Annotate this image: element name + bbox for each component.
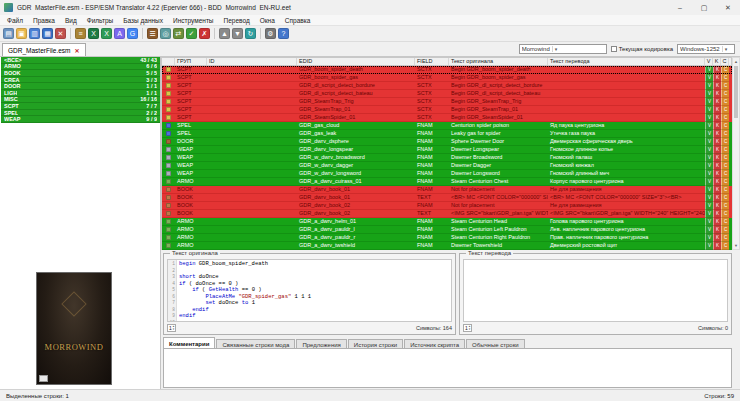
flag-c-cell[interactable]: C <box>721 74 729 82</box>
table-scrollbar[interactable]: ▲ ▼ <box>732 57 740 250</box>
record-type-row[interactable]: SPEL2 / 2 <box>1 110 160 117</box>
flag-k-cell[interactable]: K <box>713 90 721 98</box>
flag-c-cell[interactable]: C <box>721 170 729 178</box>
table-row[interactable]: BOOKGDR_dwrv_book_01TEXT<BR> MC <FONT CO… <box>162 194 732 202</box>
menu-translation[interactable]: Перевод <box>219 17 255 24</box>
flag-v-cell[interactable]: V <box>705 122 713 130</box>
column-header-icon[interactable] <box>162 58 175 65</box>
flag-k-cell[interactable]: K <box>713 130 721 138</box>
table-row[interactable]: WEAPGDR_w_dwrv_broadswordFNAMDwemer Broa… <box>162 154 732 162</box>
excel-import-icon[interactable]: X <box>101 28 112 39</box>
current-encoding-checkbox[interactable]: Текущая кодировка <box>611 46 673 52</box>
scroll-down-icon[interactable]: ▼ <box>733 243 739 248</box>
search-icon[interactable]: ◎ <box>160 28 171 39</box>
flag-k-cell[interactable]: K <box>713 210 721 218</box>
flag-c-cell[interactable]: C <box>721 114 729 122</box>
table-row[interactable]: SCPTGDR_SteamSpider_01SCTXBegin GDR_Stea… <box>162 114 732 122</box>
flag-v-cell[interactable]: V <box>705 90 713 98</box>
save-icon[interactable]: ▥ <box>29 28 40 39</box>
flag-c-cell[interactable]: C <box>721 234 729 242</box>
menu-help[interactable]: Справка <box>280 17 316 24</box>
refresh-icon[interactable]: ↻ <box>245 28 256 39</box>
column-header-Текст оригинала[interactable]: Текст оригинала <box>449 58 548 65</box>
game-select[interactable]: Morrowind ▾ <box>519 44 607 54</box>
flag-k-cell[interactable]: K <box>713 138 721 146</box>
flag-k-cell[interactable]: K <box>713 106 721 114</box>
flag-k-cell[interactable]: K <box>713 170 721 178</box>
flag-c-cell[interactable]: C <box>721 98 729 106</box>
menu-tools[interactable]: Инструменты <box>168 17 219 24</box>
flag-k-cell[interactable]: K <box>713 74 721 82</box>
flag-c-cell[interactable]: C <box>721 186 729 194</box>
record-type-row[interactable]: BOOK5 / 5 <box>1 70 160 77</box>
flag-v-cell[interactable]: V <box>705 130 713 138</box>
flag-v-cell[interactable]: V <box>705 242 713 250</box>
dictionary-icon[interactable]: ☰ <box>147 28 158 39</box>
flag-k-cell[interactable]: K <box>713 82 721 90</box>
flag-c-cell[interactable]: C <box>721 146 729 154</box>
table-row[interactable]: DOORGDR_dwrv_dsphereFNAMSphere Dwemer Do… <box>162 138 732 146</box>
flag-k-cell[interactable]: K <box>713 202 721 210</box>
open-file-icon[interactable]: ▣ <box>16 28 27 39</box>
table-row[interactable]: WEAPGDR_w_dwrv_daggerFNAMDwemer DaggerГн… <box>162 162 732 170</box>
flag-v-cell[interactable]: V <box>705 114 713 122</box>
flag-v-cell[interactable]: V <box>705 186 713 194</box>
invalidate-icon[interactable]: ✗ <box>199 28 210 39</box>
minimize-button[interactable]: – <box>668 0 692 15</box>
excel-export-icon[interactable]: X <box>88 28 99 39</box>
record-type-row[interactable]: MISC16 / 16 <box>1 97 160 104</box>
table-row[interactable]: SCPTGDR_boom_spider_deathSCTXBegin GDR_b… <box>162 66 732 74</box>
arrow-up-icon[interactable]: ▲ <box>219 28 230 39</box>
flag-c-cell[interactable]: C <box>721 218 729 226</box>
flag-v-cell[interactable]: V <box>705 138 713 146</box>
column-header-V[interactable]: V <box>705 58 713 65</box>
arrow-down-icon[interactable]: ▼ <box>232 28 243 39</box>
tab-close-icon[interactable]: ✕ <box>74 47 79 54</box>
flag-c-cell[interactable]: C <box>721 66 729 74</box>
table-row[interactable]: BOOKGDR_dwrv_book_02TEXT<IMG SRC="bkart\… <box>162 210 732 218</box>
flag-c-cell[interactable]: C <box>721 106 729 114</box>
menu-view[interactable]: Вид <box>60 17 82 24</box>
flag-k-cell[interactable]: K <box>713 146 721 154</box>
new-file-icon[interactable]: ▤ <box>3 28 14 39</box>
table-row[interactable]: SCPTGDR_SteamTrap_01SCTXBegin GDR_SteamT… <box>162 106 732 114</box>
record-type-row[interactable]: SCPT7 / 7 <box>1 103 160 110</box>
original-index-spinner[interactable]: 1 ▴▾ <box>167 324 176 332</box>
flag-k-cell[interactable]: K <box>713 98 721 106</box>
column-header-C[interactable]: C <box>721 58 729 65</box>
table-row[interactable]: ARMOGDR_a_dwrv_helm_01FNAMSteam Centurio… <box>162 218 732 226</box>
flag-k-cell[interactable]: K <box>713 66 721 74</box>
scrollbar-thumb[interactable] <box>734 66 738 118</box>
table-row[interactable]: ARMOGDR_a_dwrv_pauldr_rFNAMSteam Centuri… <box>162 234 732 242</box>
flag-k-cell[interactable]: K <box>713 154 721 162</box>
flag-v-cell[interactable]: V <box>705 170 713 178</box>
table-row[interactable]: ARMOGDR_a_dwrv_twshieldFNAMDwemer Towers… <box>162 242 732 250</box>
flag-v-cell[interactable]: V <box>705 194 713 202</box>
spinner-arrows-icon[interactable]: ▴▾ <box>469 325 471 331</box>
column-header-EDID[interactable]: EDID <box>297 58 415 65</box>
google-translate-icon[interactable]: G <box>127 28 138 39</box>
column-header-Текст перевода[interactable]: Текст перевода <box>548 58 705 65</box>
scroll-up-icon[interactable]: ▲ <box>733 59 739 64</box>
flag-v-cell[interactable]: V <box>705 178 713 186</box>
flag-c-cell[interactable]: C <box>721 154 729 162</box>
maximize-button[interactable]: ▢ <box>692 0 716 15</box>
table-row[interactable]: ARMOGDR_a_dwrv_pauldr_lFNAMSteam Centuri… <box>162 226 732 234</box>
record-type-row[interactable]: ARMO6 / 6 <box>1 64 160 71</box>
flag-k-cell[interactable]: K <box>713 186 721 194</box>
translation-index-spinner[interactable]: 1 ▴▾ <box>463 324 472 332</box>
table-row[interactable]: SPELGDR_gas_cloudFNAMCenturion spider po… <box>162 122 732 130</box>
flag-k-cell[interactable]: K <box>713 194 721 202</box>
menu-file[interactable]: Файл <box>2 17 28 24</box>
record-type-row[interactable]: <ВСЕ>43 / 43 <box>1 57 160 64</box>
close-button[interactable]: ✕ <box>716 0 740 15</box>
flag-v-cell[interactable]: V <box>705 202 713 210</box>
table-row[interactable]: WEAPGDR_dwrv_longspearFNAMDwemer Longspe… <box>162 146 732 154</box>
flag-k-cell[interactable]: K <box>713 242 721 250</box>
table-row[interactable]: SCPTGDR_dl_script_detect_bordureSCTXBegi… <box>162 82 732 90</box>
flag-v-cell[interactable]: V <box>705 234 713 242</box>
record-type-row[interactable]: LIGH1 / 1 <box>1 90 160 97</box>
flag-k-cell[interactable]: K <box>713 218 721 226</box>
menu-databases[interactable]: Базы данных <box>118 17 168 24</box>
flag-v-cell[interactable]: V <box>705 218 713 226</box>
